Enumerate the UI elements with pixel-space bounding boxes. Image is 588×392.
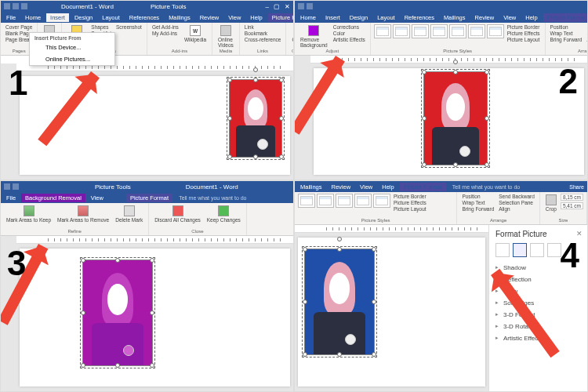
wrap-text-button[interactable]: Wrap Text: [549, 31, 584, 37]
rotate-handle[interactable]: [453, 60, 458, 64]
this-device-item[interactable]: This Device...: [30, 42, 114, 53]
bg-removal-preview[interactable]: [82, 260, 153, 366]
bring-forward-button[interactable]: Bring Forward: [549, 37, 584, 43]
color-button[interactable]: Color: [332, 31, 367, 37]
send-backward-button[interactable]: Send Backward: [497, 194, 536, 200]
mark-remove-button[interactable]: Mark Areas to Remove: [55, 205, 111, 223]
tab-picture-format[interactable]: Picture Format: [268, 13, 294, 22]
tab-file[interactable]: File: [2, 194, 20, 202]
tab-design[interactable]: Design: [346, 13, 372, 22]
picture-tab-icon[interactable]: [547, 243, 561, 257]
tab-picture-format[interactable]: Picture Format: [126, 194, 172, 202]
keep-changes-button[interactable]: Keep Changes: [205, 205, 243, 223]
get-addins-button[interactable]: Get Add-ins: [151, 24, 180, 31]
online-video-button[interactable]: Online Videos: [216, 24, 236, 49]
crossref-button[interactable]: Cross-reference: [243, 37, 283, 43]
tab-insert[interactable]: Insert: [46, 13, 69, 22]
bookmark-button[interactable]: Bookmark: [243, 31, 283, 37]
quick-access-toolbar[interactable]: [1, 3, 48, 9]
rotate-handle[interactable]: [337, 237, 342, 241]
share-button[interactable]: Share: [569, 184, 587, 190]
window-buttons[interactable]: –▢✕: [266, 3, 293, 10]
group-links: Links: [243, 49, 283, 53]
align-button[interactable]: Align: [497, 206, 536, 212]
corrections-button[interactable]: Corrections: [332, 24, 367, 31]
height-input[interactable]: 8,15 cm: [561, 194, 583, 201]
discard-changes-button[interactable]: Discard All Changes: [152, 205, 203, 223]
tab-view[interactable]: View: [356, 183, 376, 191]
wikipedia-button[interactable]: WWikipedia: [182, 24, 209, 43]
picture-layout-button[interactable]: Picture Layout: [506, 37, 542, 43]
ribbon-tabs: File Background Removal View Picture For…: [1, 192, 293, 203]
selection-pane-button[interactable]: Selection Pane: [585, 31, 588, 37]
picture-border-button[interactable]: Picture Border: [506, 24, 542, 31]
tab-background-removal[interactable]: Background Removal: [21, 194, 85, 202]
my-addins-button[interactable]: My Add-ins: [151, 31, 180, 37]
tab-references[interactable]: References: [125, 13, 163, 22]
tab-picture-format[interactable]: Picture Format: [400, 183, 446, 191]
inserted-picture[interactable]: [229, 79, 282, 158]
tab-design[interactable]: Design: [71, 13, 96, 22]
bring-forward-button[interactable]: Bring Forward: [460, 206, 495, 212]
quick-access-toolbar[interactable]: [1, 183, 48, 190]
selection-pane-button[interactable]: Selection Pane: [497, 200, 536, 206]
tab-insert[interactable]: Insert: [321, 13, 344, 22]
send-backward-button[interactable]: Send Backward: [585, 24, 588, 31]
page[interactable]: [298, 238, 485, 387]
panel-1: Document1 - Word Picture Tools –▢✕ File …: [0, 0, 294, 180]
picture-border-button[interactable]: Picture Border: [392, 194, 428, 200]
tab-layout[interactable]: Layout: [373, 13, 399, 22]
picture-styles-gallery[interactable]: [374, 24, 504, 38]
layout-tab-icon[interactable]: [530, 243, 544, 257]
picture-layout-button[interactable]: Picture Layout: [392, 206, 428, 212]
tab-mailings[interactable]: Mailings: [440, 13, 470, 22]
link-button[interactable]: Link: [243, 24, 283, 31]
rotate-handle[interactable]: [253, 67, 258, 72]
tab-view[interactable]: View: [499, 13, 520, 22]
page[interactable]: [314, 68, 584, 175]
page[interactable]: [20, 249, 290, 387]
delete-mark-button[interactable]: Delete Mark: [113, 205, 145, 223]
tab-view[interactable]: View: [87, 194, 107, 202]
tab-picture-format[interactable]: Picture Format: [543, 13, 588, 22]
tab-home[interactable]: Home: [296, 13, 320, 22]
effects-tab-icon[interactable]: [513, 243, 527, 257]
tab-view[interactable]: View: [224, 13, 245, 22]
inserted-picture[interactable]: [304, 249, 375, 355]
tab-review[interactable]: Review: [328, 183, 355, 191]
quick-access-toolbar[interactable]: [295, 3, 342, 9]
screenshot-button[interactable]: Screenshot: [114, 24, 143, 31]
dropdown-header: Insert Picture From: [30, 33, 114, 42]
remove-background-button[interactable]: Remove Background: [298, 24, 330, 49]
tab-help[interactable]: Help: [378, 183, 397, 191]
tab-help[interactable]: Help: [521, 13, 541, 22]
tab-home[interactable]: Home: [21, 13, 45, 22]
picture-effects-button[interactable]: Picture Effects: [392, 200, 428, 206]
group-picture-styles: Picture Styles: [298, 218, 453, 223]
wrap-text-button[interactable]: Wrap Text: [460, 200, 495, 206]
tab-review[interactable]: Review: [196, 13, 223, 22]
tab-review[interactable]: Review: [471, 13, 499, 22]
tab-references[interactable]: References: [401, 13, 438, 22]
crop-button[interactable]: Crop: [543, 194, 559, 212]
tab-layout[interactable]: Layout: [98, 13, 124, 22]
position-button[interactable]: Position: [460, 194, 495, 200]
tab-file[interactable]: File: [2, 13, 20, 22]
inserted-picture[interactable]: [423, 71, 488, 165]
shapes-button[interactable]: Shapes: [89, 24, 113, 31]
align-button[interactable]: Align: [585, 37, 588, 43]
opt-3d-format[interactable]: 3-D Format: [495, 309, 581, 321]
width-input[interactable]: 5,41 cm: [561, 202, 583, 209]
cover-page-button[interactable]: Cover Page: [4, 24, 34, 31]
tell-me[interactable]: Tell me what you want to do: [448, 184, 568, 190]
tell-me[interactable]: Tell me what you want to do: [174, 195, 293, 201]
group-addins: Add-ins: [151, 49, 209, 53]
tab-help[interactable]: Help: [246, 13, 266, 22]
picture-styles-gallery[interactable]: [298, 194, 390, 208]
tab-mailings[interactable]: Mailings: [296, 183, 326, 191]
position-button[interactable]: Position: [549, 24, 584, 31]
group-refine: Refine: [4, 229, 145, 234]
tab-mailings[interactable]: Mailings: [165, 13, 194, 22]
mark-keep-button[interactable]: Mark Areas to Keep: [4, 205, 53, 223]
picture-effects-button[interactable]: Picture Effects: [506, 31, 542, 37]
